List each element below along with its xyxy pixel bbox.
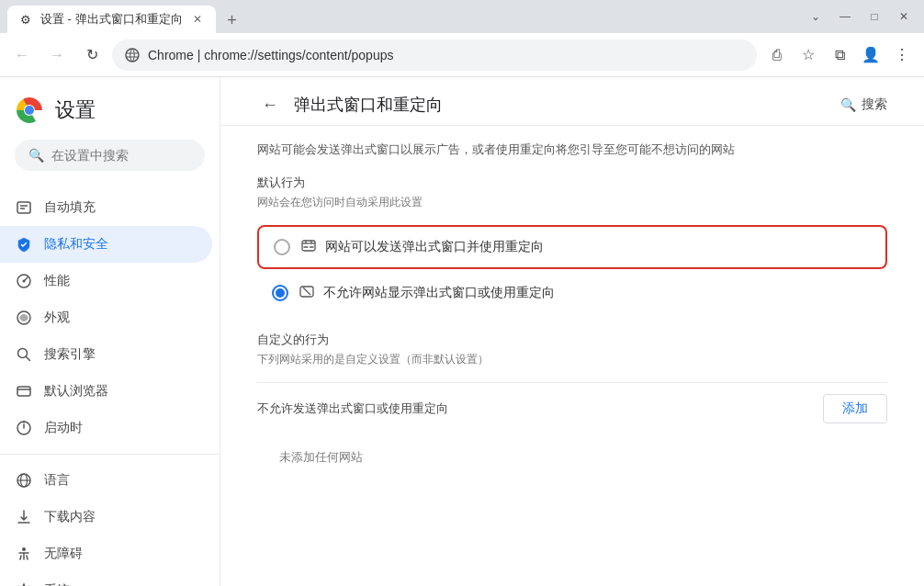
menu-icon[interactable]: ⋮ bbox=[887, 40, 917, 70]
sidebar-item-privacy[interactable]: 隐私和安全 bbox=[0, 226, 212, 263]
language-icon bbox=[15, 471, 33, 490]
sidebar-title: 设置 bbox=[55, 96, 96, 124]
block-icon bbox=[299, 284, 314, 302]
sidebar-item-performance[interactable]: 性能 bbox=[0, 263, 212, 299]
svg-rect-6 bbox=[17, 202, 30, 213]
title-bar: ⚙ 设置 - 弹出式窗口和重定向 ✕ + ⌄ — □ ✕ bbox=[0, 0, 924, 33]
custom-behavior-label: 自定义的行为 bbox=[257, 332, 887, 348]
allow-option-inner: 网站可以发送弹出式窗口并使用重定向 bbox=[301, 238, 544, 256]
main-area: 设置 🔍 自动填充 bbox=[0, 77, 924, 586]
search-engine-label: 搜索引擎 bbox=[44, 346, 96, 363]
active-tab[interactable]: ⚙ 设置 - 弹出式窗口和重定向 ✕ bbox=[7, 6, 216, 33]
accessibility-label: 无障碍 bbox=[44, 546, 83, 562]
sidebar-item-downloads[interactable]: 下载内容 bbox=[0, 499, 212, 535]
autofill-icon bbox=[15, 198, 33, 217]
tab-bar: ⚙ 设置 - 弹出式窗口和重定向 ✕ + bbox=[7, 0, 803, 33]
custom-behavior-sublabel: 下列网站采用的是自定义设置（而非默认设置） bbox=[257, 352, 887, 367]
language-label: 语言 bbox=[44, 472, 70, 489]
default-behavior-sublabel: 网站会在您访问时自动采用此设置 bbox=[257, 195, 887, 210]
system-label: 系统 bbox=[44, 582, 70, 586]
chrome-logo-icon bbox=[15, 96, 44, 125]
svg-line-13 bbox=[27, 357, 30, 361]
page-back-button[interactable]: ← bbox=[257, 92, 283, 118]
page-header-left: ← 弹出式窗口和重定向 bbox=[257, 92, 443, 118]
page-title: 弹出式窗口和重定向 bbox=[294, 94, 443, 116]
autofill-label: 自动填充 bbox=[44, 199, 96, 216]
allow-label: 网站可以发送弹出式窗口并使用重定向 bbox=[325, 239, 544, 255]
address-bar[interactable]: Chrome | chrome://settings/content/popup… bbox=[112, 39, 757, 71]
block-sites-row: 不允许发送弹出式窗口或使用重定向 添加 bbox=[257, 382, 887, 434]
allow-icon bbox=[301, 238, 316, 256]
sidebar-item-startup[interactable]: 启动时 bbox=[0, 410, 212, 446]
sidebar: 设置 🔍 自动填充 bbox=[0, 77, 220, 586]
privacy-icon bbox=[15, 235, 33, 254]
performance-icon bbox=[15, 272, 33, 290]
sidebar-item-default-browser[interactable]: 默认浏览器 bbox=[0, 373, 212, 410]
sidebar-item-language[interactable]: 语言 bbox=[0, 462, 212, 499]
sidebar-item-system[interactable]: 系统 bbox=[0, 572, 212, 586]
appearance-icon bbox=[15, 309, 33, 327]
sidebar-logo: 设置 bbox=[0, 85, 220, 140]
browser-window: ⚙ 设置 - 弹出式窗口和重定向 ✕ + ⌄ — □ ✕ ← → ↻ bbox=[0, 0, 924, 586]
downloads-icon bbox=[15, 508, 33, 526]
maximize-button[interactable]: □ bbox=[862, 6, 887, 27]
performance-label: 性能 bbox=[44, 273, 70, 289]
tab-search-icon[interactable]: ⧉ bbox=[825, 40, 854, 70]
close-button[interactable]: ✕ bbox=[891, 6, 917, 27]
svg-rect-14 bbox=[17, 387, 30, 396]
minimize-button[interactable]: — bbox=[832, 6, 858, 27]
sidebar-search-input[interactable] bbox=[51, 148, 212, 163]
sidebar-item-accessibility[interactable]: 无障碍 bbox=[0, 535, 212, 572]
accessibility-icon bbox=[15, 545, 33, 563]
page-description: 网站可能会发送弹出式窗口以展示广告，或者使用重定向将您引导至您可能不想访问的网站 bbox=[257, 141, 887, 160]
block-label: 不允许网站显示弹出式窗口或使用重定向 bbox=[323, 285, 555, 301]
navigation-bar: ← → ↻ Chrome | chrome://settings/content… bbox=[0, 33, 924, 77]
allow-popups-option[interactable]: 网站可以发送弹出式窗口并使用重定向 bbox=[257, 225, 887, 269]
add-site-button[interactable]: 添加 bbox=[823, 394, 887, 423]
settings-content: ← 弹出式窗口和重定向 🔍 搜索 网站可能会发送弹出式窗口以展示广告，或者使用重… bbox=[220, 77, 924, 586]
tab-favicon-icon: ⚙ bbox=[18, 12, 33, 27]
svg-line-27 bbox=[303, 287, 310, 295]
startup-label: 启动时 bbox=[44, 420, 83, 436]
block-radio-circle[interactable] bbox=[272, 285, 288, 301]
window-controls: ⌄ — □ ✕ bbox=[803, 6, 917, 27]
page-search-label: 搜索 bbox=[862, 96, 887, 113]
block-sites-label: 不允许发送弹出式窗口或使用重定向 bbox=[257, 400, 448, 417]
default-browser-label: 默认浏览器 bbox=[44, 383, 108, 400]
bookmark-icon[interactable]: ☆ bbox=[794, 40, 823, 70]
allow-radio-circle[interactable] bbox=[274, 239, 290, 255]
tab-title: 设置 - 弹出式窗口和重定向 bbox=[40, 11, 183, 28]
svg-rect-25 bbox=[302, 241, 315, 251]
sidebar-search-icon: 🔍 bbox=[28, 148, 44, 163]
empty-state-message: 未添加任何网站 bbox=[257, 434, 887, 473]
svg-point-10 bbox=[23, 280, 26, 283]
privacy-label: 隐私和安全 bbox=[44, 236, 108, 253]
block-popups-option[interactable]: 不允许网站显示弹出式窗口或使用重定向 bbox=[257, 273, 887, 313]
sidebar-search-box[interactable]: 🔍 bbox=[15, 140, 205, 171]
address-text: Chrome | chrome://settings/content/popup… bbox=[148, 48, 745, 62]
refresh-button[interactable]: ↻ bbox=[77, 40, 107, 70]
block-option-inner: 不允许网站显示弹出式窗口或使用重定向 bbox=[299, 284, 555, 302]
back-button[interactable]: ← bbox=[7, 40, 37, 70]
sidebar-nav: 自动填充 隐私和安全 性能 bbox=[0, 189, 220, 586]
share-icon[interactable]: ⎙ bbox=[762, 40, 792, 70]
custom-behavior-section: 自定义的行为 下列网站采用的是自定义设置（而非默认设置） 不允许发送弹出式窗口或… bbox=[220, 332, 924, 488]
chevron-down-icon[interactable]: ⌄ bbox=[803, 6, 828, 27]
sidebar-item-appearance[interactable]: 外观 bbox=[0, 299, 212, 336]
system-icon bbox=[15, 581, 33, 586]
svg-point-5 bbox=[25, 106, 34, 115]
tab-close-button[interactable]: ✕ bbox=[190, 12, 205, 27]
sidebar-item-search[interactable]: 搜索引擎 bbox=[0, 336, 212, 373]
search-engine-icon bbox=[15, 345, 33, 364]
page-search-button[interactable]: 🔍 搜索 bbox=[840, 96, 887, 113]
site-info-icon[interactable] bbox=[124, 47, 141, 63]
page-search-icon: 🔍 bbox=[840, 97, 856, 112]
nav-actions: ⎙ ☆ ⧉ 👤 ⋮ bbox=[762, 40, 917, 70]
profile-icon[interactable]: 👤 bbox=[856, 40, 885, 70]
downloads-label: 下载内容 bbox=[44, 509, 96, 525]
svg-point-0 bbox=[126, 49, 139, 62]
forward-button[interactable]: → bbox=[42, 40, 72, 70]
new-tab-button[interactable]: + bbox=[220, 7, 245, 33]
description-section: 网站可能会发送弹出式窗口以展示广告，或者使用重定向将您引导至您可能不想访问的网站… bbox=[220, 126, 924, 332]
sidebar-item-autofill[interactable]: 自动填充 bbox=[0, 189, 212, 226]
